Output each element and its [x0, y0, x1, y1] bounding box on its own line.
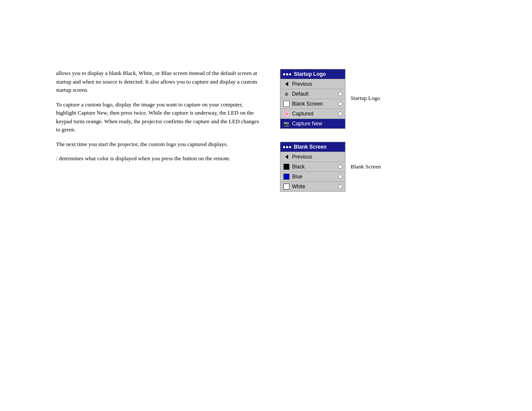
- menu-dots-icon: [283, 73, 291, 75]
- blank-screen-menu: Blank Screen Previous Black: [280, 142, 345, 192]
- blank-screen-blue-row[interactable]: Blue: [280, 171, 345, 181]
- blank-previous-label: Previous: [292, 154, 342, 160]
- black-swatch-icon: [283, 163, 290, 170]
- paragraph-4: : determines what color is displayed whe…: [56, 154, 263, 163]
- b-dot-3: [289, 146, 291, 148]
- blank-screen-white-row[interactable]: White: [280, 181, 345, 191]
- dot-3: [289, 73, 291, 75]
- dot-1: [283, 73, 285, 75]
- startup-logo-blank-row[interactable]: Blank Screen: [280, 99, 345, 109]
- white-swatch-icon: [283, 183, 290, 190]
- b-dot-2: [286, 146, 288, 148]
- capture-new-label: Capture New: [292, 121, 342, 127]
- capture-new-icon: 📷: [283, 120, 290, 127]
- startup-logo-block: Startup Logo Previous ▦ Defau: [280, 69, 380, 129]
- previous-label: Previous: [292, 81, 342, 87]
- startup-logo-previous-row[interactable]: Previous: [280, 79, 345, 89]
- blue-swatch-icon: [283, 173, 290, 180]
- blank-screen-label: Blank Screen: [292, 101, 336, 107]
- blank-screen-block: Blank Screen Previous Black: [280, 142, 381, 192]
- ui-column: Startup Logo Previous ▦ Defau: [280, 69, 401, 192]
- dot-2: [286, 73, 288, 75]
- blank-back-arrow-icon: [283, 153, 290, 160]
- white-label: White: [292, 184, 336, 190]
- blank-screen-title-bar: Blank Screen: [280, 142, 345, 152]
- captured-icon: 🌸: [283, 110, 290, 117]
- white-radio[interactable]: [338, 184, 342, 189]
- blank-screen-title: Blank Screen: [294, 144, 327, 150]
- black-radio[interactable]: [338, 165, 342, 169]
- blank-screen-black-row[interactable]: Black: [280, 162, 345, 171]
- text-column: allows you to display a blank Black, Whi…: [56, 69, 263, 192]
- blank-screen-previous-row[interactable]: Previous: [280, 152, 345, 162]
- startup-logo-title: Startup Logo: [294, 71, 326, 77]
- captured-radio[interactable]: [338, 112, 342, 116]
- blank-screen-radio[interactable]: [338, 102, 342, 106]
- b-dot-1: [283, 146, 285, 148]
- startup-logo-default-row[interactable]: ▦ Default: [280, 89, 345, 99]
- paragraph-1: allows you to display a blank Black, Whi…: [56, 69, 263, 94]
- startup-logo-title-bar: Startup Logo: [280, 69, 345, 79]
- blue-radio[interactable]: [338, 174, 342, 179]
- blank-menu-dots-icon: [283, 146, 291, 148]
- blank-icon: [283, 100, 290, 107]
- startup-logo-capture-new-row[interactable]: 📷 Capture New: [280, 118, 345, 128]
- startup-logo-menu: Startup Logo Previous ▦ Defau: [280, 69, 345, 129]
- page-content: allows you to display a blank Black, Whi…: [0, 0, 532, 209]
- default-label: Default: [292, 91, 336, 97]
- startup-logo-sidebar-label: Startup Logo: [351, 95, 380, 102]
- blue-label: Blue: [292, 174, 336, 180]
- back-arrow-icon: [283, 81, 290, 87]
- default-radio[interactable]: [338, 92, 342, 96]
- paragraph-3: The next time you start the projector, t…: [56, 140, 263, 149]
- captured-label: Captured: [292, 111, 336, 117]
- startup-logo-captured-row[interactable]: 🌸 Captured: [280, 109, 345, 118]
- black-label: Black: [292, 164, 336, 170]
- default-icon: ▦: [283, 90, 290, 97]
- blank-screen-sidebar-label: Blank Screen: [351, 163, 381, 170]
- paragraph-2: To capture a custom logo, display the im…: [56, 100, 263, 134]
